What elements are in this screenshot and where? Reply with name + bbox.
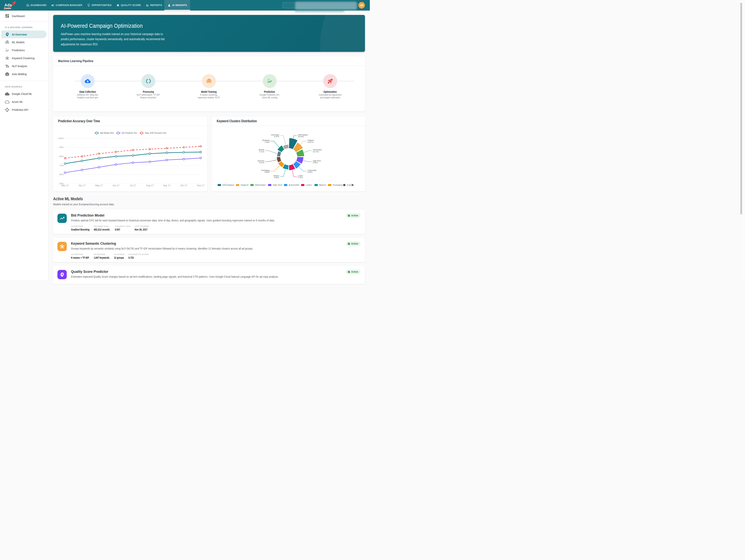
svg-text:Hygiene: Hygiene: [240, 184, 248, 186]
svg-text:8.45%: 8.45%: [307, 171, 312, 173]
svg-text:Apr 17: Apr 17: [78, 184, 86, 187]
svg-text:Jun 17: Jun 17: [112, 184, 119, 187]
svg-text:Alimentaire: Alimentaire: [255, 184, 266, 186]
svg-text:Power: Power: [4, 7, 11, 10]
svg-text:Maison: Maison: [319, 184, 326, 186]
svg-text:Bid Model (R2): Bid Model (R2): [100, 132, 114, 134]
svg-text:Neg. KW Precision (%): Neg. KW Precision (%): [145, 132, 166, 134]
svg-text:Automobile: Automobile: [307, 169, 316, 172]
svg-text:Packaging: Packaging: [332, 184, 343, 186]
svg-text:Automobile: Automobile: [289, 184, 299, 186]
svg-text:70%: 70%: [59, 164, 64, 167]
svg-text:10.72%: 10.72%: [313, 151, 319, 153]
svg-text:6.55%: 6.55%: [274, 177, 279, 179]
svg-text:9.53%: 9.53%: [313, 162, 318, 163]
svg-text:6.06%: 6.06%: [264, 171, 269, 173]
svg-text:Generique: Generique: [271, 134, 279, 136]
svg-text:90%: 90%: [59, 146, 64, 149]
svg-text:12.67%: 12.67%: [307, 141, 313, 143]
svg-text:Oct 17: Oct 17: [180, 184, 187, 187]
svg-text:80%: 80%: [59, 155, 64, 158]
svg-text:100%: 100%: [58, 137, 64, 139]
svg-text:Mar 17: Mar 17: [62, 184, 69, 187]
svg-text:60%: 60%: [59, 173, 64, 176]
svg-text:QS Predictor (%): QS Predictor (%): [122, 132, 137, 134]
svg-text:Maison: Maison: [273, 175, 279, 177]
svg-text:Loisirs: Loisirs: [298, 175, 303, 177]
svg-text:Loisirs: Loisirs: [305, 184, 312, 186]
svg-text:Services: Services: [257, 160, 264, 162]
svg-text:May 17: May 17: [95, 184, 103, 187]
svg-text:High-Tech: High-Tech: [313, 160, 321, 162]
svg-text:4.71%: 4.71%: [259, 151, 264, 153]
svg-text:5.47%: 5.47%: [274, 136, 279, 137]
svg-text:Nov 17: Nov 17: [197, 184, 204, 187]
svg-text:Informatique: Informatique: [298, 134, 308, 136]
svg-text:Sep 17: Sep 17: [163, 184, 170, 187]
svg-text:15.54%: 15.54%: [298, 136, 304, 137]
svg-text:Alimentaire: Alimentaire: [313, 149, 322, 151]
svg-text:Informatique: Informatique: [222, 184, 234, 186]
svg-text:Hygiene: Hygiene: [307, 139, 314, 141]
svg-text:7.74%: 7.74%: [298, 177, 303, 179]
svg-text:High-Tech: High-Tech: [272, 184, 282, 186]
svg-text:Aug 17: Aug 17: [146, 184, 154, 187]
svg-text:7.25%: 7.25%: [264, 141, 269, 143]
svg-text:Ads: Ads: [4, 3, 12, 7]
svg-text:Shopping: Shopping: [262, 139, 269, 141]
svg-text:1/2: 1/2: [349, 184, 352, 186]
svg-text:5.31%: 5.31%: [259, 162, 264, 163]
svg-text:Beaute: Beaute: [259, 149, 264, 151]
svg-text:Jul 17: Jul 17: [130, 184, 136, 187]
svg-text:Packaging: Packaging: [261, 169, 269, 172]
